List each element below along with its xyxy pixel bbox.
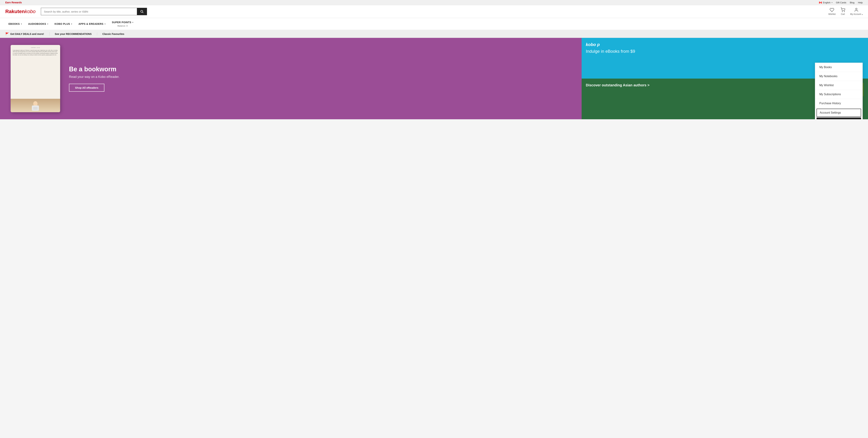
wishlist-button[interactable]: Wishlist — [828, 8, 836, 16]
shop-all-ereaders-button[interactable]: Shop All eReaders — [69, 84, 104, 92]
search-bar — [41, 8, 147, 15]
nav-apps-ereaders[interactable]: APPS & eREADERS ▾ — [75, 20, 108, 28]
nav-kobo-plus[interactable]: KOBO PLUS ▾ — [51, 20, 75, 28]
hero-subtitle: Read your way on a Kobo eReader. — [69, 75, 119, 79]
language-label: English — [823, 1, 831, 4]
my-notebooks-item[interactable]: My Notebooks — [815, 72, 863, 81]
promo-bar: 🚩 Get DAILY DEALS and more! See your REC… — [0, 30, 868, 38]
account-settings-item[interactable]: Account Settings — [816, 109, 861, 117]
audiobooks-chevron-icon: ▾ — [47, 23, 48, 25]
my-wishlist-item[interactable]: My Wishlist — [815, 81, 863, 90]
hero-text: Be a bookworm Read your way on a Kobo eR… — [69, 65, 119, 92]
logo-rakuten: Rakuten — [5, 9, 25, 14]
search-input[interactable] — [41, 8, 137, 15]
cart-button[interactable]: Cart — [841, 8, 845, 16]
svg-rect-7 — [33, 107, 37, 110]
promo-daily-deals[interactable]: 🚩 Get DAILY DEALS and more! — [5, 32, 50, 35]
nav-audiobooks[interactable]: AUDIOBOOKS ▾ — [25, 20, 51, 28]
person-illustration — [28, 100, 42, 111]
svg-point-0 — [141, 10, 143, 12]
super-points-balance: Balance: 0 — [118, 25, 128, 27]
svg-point-3 — [844, 11, 845, 12]
logo[interactable]: Rakuten kobo — [5, 9, 36, 14]
hero-title: Be a bookworm — [69, 65, 119, 73]
device-footer — [10, 99, 60, 112]
search-button[interactable] — [137, 8, 147, 15]
chevron-down-icon: ▾ — [832, 2, 832, 3]
svg-point-4 — [856, 8, 857, 10]
purchase-history-item[interactable]: Purchase History — [815, 99, 863, 108]
ereader-device: CHAPTER 9 · 1 OF 19 It was pleasant to w… — [10, 45, 60, 112]
top-bar: Earn Rewards 🇨🇦 English ▾ Gift Cards Blo… — [0, 0, 868, 5]
kobo-panel-logo: kobo p — [586, 42, 864, 47]
language-selector[interactable]: 🇨🇦 English ▾ — [819, 1, 832, 4]
account-dropdown-menu: My Books My Notebooks My Wishlist My Sub… — [815, 63, 863, 119]
my-books-item[interactable]: My Books — [815, 63, 863, 72]
device-text: It was pleasant to wake up in Florence, … — [13, 50, 58, 56]
earn-rewards-link[interactable]: Earn Rewards — [5, 1, 22, 4]
kobo-panel-text: Indulge in eBooks from $9 — [586, 49, 864, 54]
header: Rakuten kobo Wishlist Cart — [0, 5, 868, 18]
my-account-button[interactable]: My Account ▴ — [850, 8, 863, 16]
discover-text: Discover outstanding Asian authors > — [586, 83, 813, 87]
device-chapter: CHAPTER 9 · 1 OF 19 — [13, 47, 58, 49]
my-account-label: My Account — [850, 13, 861, 16]
canada-flag-icon: 🇨🇦 — [819, 1, 822, 4]
discover-text-area: Discover outstanding Asian authors > — [586, 83, 813, 115]
ebooks-chevron-icon: ▾ — [21, 23, 22, 25]
main-content: CHAPTER 9 · 1 OF 19 It was pleasant to w… — [0, 38, 868, 119]
cart-label: Cart — [841, 13, 845, 16]
blog-link[interactable]: Blog — [850, 1, 855, 4]
svg-point-2 — [842, 11, 842, 12]
top-bar-left: Earn Rewards — [5, 1, 22, 4]
apps-chevron-icon: ▾ — [104, 23, 105, 25]
sign-out-button[interactable]: Sign out — [816, 117, 861, 119]
nav-super-points[interactable]: SUPER POINTS ▾ Balance: 0 — [108, 18, 136, 30]
device-screen: CHAPTER 9 · 1 OF 19 It was pleasant to w… — [10, 45, 60, 99]
promo-recommendations[interactable]: See your RECOMMENDATIONS — [50, 33, 97, 35]
my-subscriptions-item[interactable]: My Subscriptions — [815, 90, 863, 99]
flag-icon: 🚩 — [5, 32, 9, 35]
logo-kobo: kobo — [25, 9, 36, 14]
promo-classic-favourites[interactable]: Classic Favourites — [97, 33, 130, 35]
wishlist-label: Wishlist — [828, 13, 836, 16]
top-bar-right: 🇨🇦 English ▾ Gift Cards Blog Help — [819, 1, 863, 4]
my-account-chevron-icon: ▴ — [862, 13, 863, 15]
nav-bar: eBOOKS ▾ AUDIOBOOKS ▾ KOBO PLUS ▾ APPS &… — [0, 18, 868, 30]
svg-line-1 — [143, 12, 144, 13]
superpoints-chevron-icon: ▾ — [132, 22, 133, 23]
koboplus-chevron-icon: ▾ — [71, 23, 72, 25]
header-actions: Wishlist Cart My Account ▴ — [828, 8, 863, 16]
hero-banner: CHAPTER 9 · 1 OF 19 It was pleasant to w… — [0, 38, 582, 119]
nav-ebooks[interactable]: eBOOKS ▾ — [5, 20, 25, 28]
gift-cards-link[interactable]: Gift Cards — [836, 1, 846, 4]
help-link[interactable]: Help — [858, 1, 863, 4]
svg-point-5 — [33, 101, 37, 106]
